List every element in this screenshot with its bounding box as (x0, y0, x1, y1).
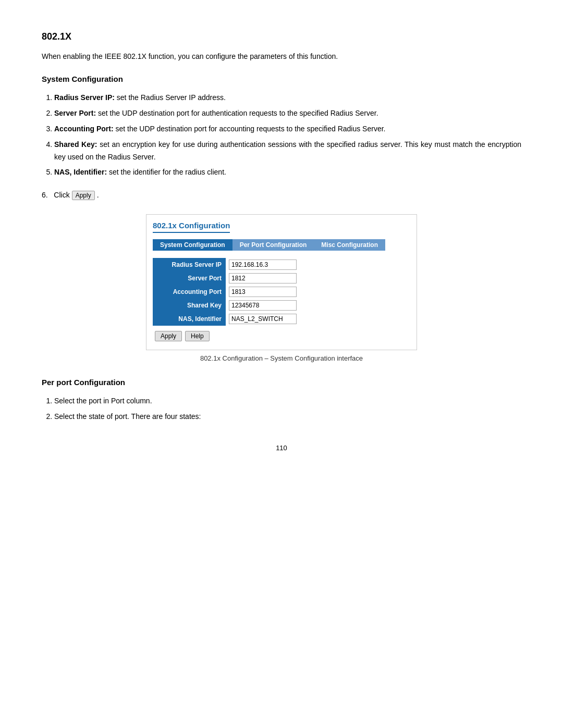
list-item-1: Radius Server IP: set the Radius Server … (54, 92, 521, 104)
list-item-2: Server Port: set the UDP destination por… (54, 107, 521, 120)
input-accounting-port[interactable] (229, 287, 297, 297)
input-cell-nas-identifier (226, 312, 410, 326)
input-cell-server-port (226, 272, 410, 285)
label-accounting-port: Accounting Port (153, 285, 226, 299)
click-apply-line: 6. Click Apply . (42, 189, 521, 202)
per-port-config-heading: Per port Configuration (42, 378, 521, 387)
list-item-5: NAS, Identifier: set the identifier for … (54, 166, 521, 179)
system-config-list: Radius Server IP: set the Radius Server … (54, 92, 521, 179)
screenshot-panel: 802.1x Configuration System Configuratio… (146, 214, 417, 350)
per-port-config-list: Select the port in Port column. Select t… (54, 395, 521, 423)
input-shared-key[interactable] (229, 300, 297, 311)
input-server-port[interactable] (229, 273, 297, 283)
table-row-shared-key: Shared Key (153, 299, 410, 312)
table-row-server-port: Server Port (153, 272, 410, 285)
list-item-3-label: Accounting Port: (54, 125, 114, 133)
screenshot-caption: 802.1x Configuration – System Configurat… (42, 354, 521, 362)
tab-per-port-configuration[interactable]: Per Port Configuration (232, 239, 314, 251)
table-row-radius-server-ip: Radius Server IP (153, 258, 410, 272)
input-cell-radius-server-ip (226, 258, 410, 272)
list-item-4: Shared Key: set an encryption key for us… (54, 139, 521, 164)
list-item-3: Accounting Port: set the UDP destination… (54, 123, 521, 135)
label-nas-identifier: NAS, Identifier (153, 312, 226, 326)
label-shared-key: Shared Key (153, 299, 226, 312)
click-prefix: 6. Click (42, 189, 70, 202)
config-form-table: Radius Server IP Server Port Accounting … (153, 258, 410, 326)
help-button[interactable]: Help (185, 331, 210, 341)
tab-system-configuration[interactable]: System Configuration (153, 239, 232, 251)
input-radius-server-ip[interactable] (229, 260, 297, 270)
label-server-port: Server Port (153, 272, 226, 285)
form-buttons: Apply Help (155, 331, 410, 341)
tab-misc-configuration[interactable]: Misc Configuration (314, 239, 385, 251)
per-port-item-1: Select the port in Port column. (54, 395, 521, 408)
per-port-item-2: Select the state of port. There are four… (54, 411, 521, 423)
screenshot-title: 802.1x Configuration (153, 221, 410, 239)
list-item-4-label: Shared Key: (54, 140, 97, 149)
page-number: 110 (42, 444, 521, 452)
list-item-1-label: Radius Server IP: (54, 93, 115, 102)
apply-button[interactable]: Apply (155, 331, 182, 341)
intro-text: When enabling the IEEE 802.1X function, … (42, 51, 521, 62)
input-cell-shared-key (226, 299, 410, 312)
table-row-accounting-port: Accounting Port (153, 285, 410, 299)
list-item-5-label: NAS, Identifier: (54, 168, 107, 176)
label-radius-server-ip: Radius Server IP (153, 258, 226, 272)
click-suffix: . (97, 189, 99, 202)
apply-inline-button[interactable]: Apply (72, 191, 95, 200)
input-cell-accounting-port (226, 285, 410, 299)
table-row-nas-identifier: NAS, Identifier (153, 312, 410, 326)
tab-bar: System Configuration Per Port Configurat… (153, 239, 410, 251)
page-title: 802.1X (42, 31, 521, 42)
list-item-2-label: Server Port: (54, 109, 96, 117)
input-nas-identifier[interactable] (229, 314, 297, 324)
system-config-heading: System Configuration (42, 75, 521, 83)
